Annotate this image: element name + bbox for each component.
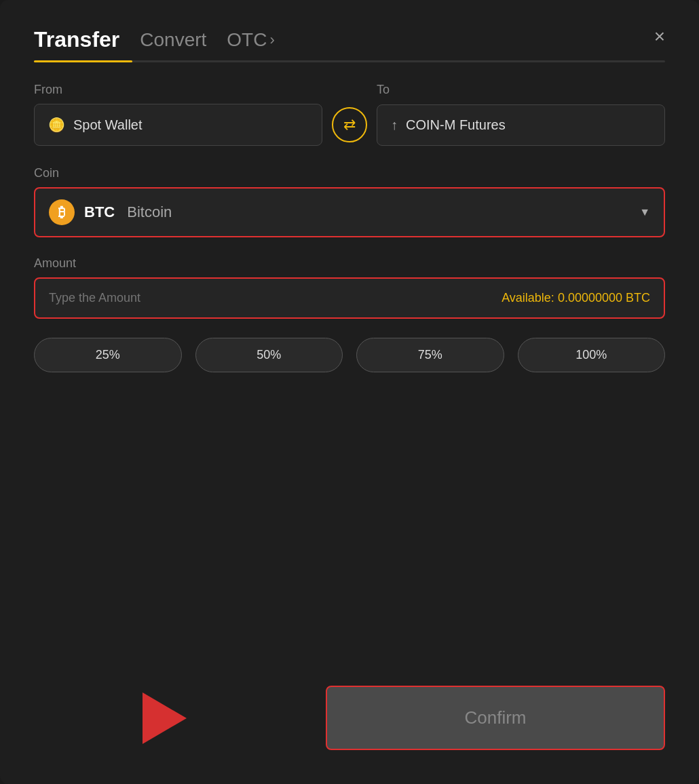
available-currency: BTC [626, 291, 650, 305]
coin-label: Coin [34, 166, 665, 180]
futures-icon: ↑ [391, 117, 398, 133]
from-label: From [34, 83, 322, 97]
tab-underline-bar [34, 60, 665, 62]
to-wallet-selector[interactable]: ↑ COIN-M Futures [377, 104, 665, 146]
swap-button[interactable]: ⇄ [332, 107, 367, 142]
transfer-modal: Transfer Convert OTC › × From To 🪙 Spot … [0, 0, 699, 784]
tab-active-indicator [34, 60, 132, 62]
modal-header: Transfer Convert OTC › × [34, 27, 665, 52]
tab-otc[interactable]: OTC › [227, 29, 274, 51]
arrow-icon [143, 692, 187, 744]
amount-input[interactable] [49, 291, 502, 305]
to-label: To [377, 83, 665, 97]
wallet-icon: 🪙 [48, 117, 65, 133]
from-to-labels: From To [34, 83, 665, 97]
swap-btn-container: ⇄ [322, 107, 377, 142]
pct-50-button[interactable]: 50% [195, 338, 343, 372]
coin-chevron-icon: ▼ [639, 206, 650, 218]
coin-section: Coin ₿ BTC Bitcoin ▼ [34, 166, 665, 237]
otc-chevron-icon: › [269, 31, 274, 49]
amount-input-box: Available: 0.00000000 BTC [34, 277, 665, 319]
from-to-section: From To 🪙 Spot Wallet ⇄ ↑ COIN-M Futures [34, 83, 665, 146]
available-label: Available: [502, 291, 554, 305]
btc-icon: ₿ [49, 199, 75, 225]
pct-100-button[interactable]: 100% [518, 338, 666, 372]
from-wallet-selector[interactable]: 🪙 Spot Wallet [34, 104, 322, 146]
from-to-row: 🪙 Spot Wallet ⇄ ↑ COIN-M Futures [34, 104, 665, 146]
pct-75-button[interactable]: 75% [356, 338, 504, 372]
close-button[interactable]: × [654, 27, 665, 46]
percentage-row: 25% 50% 75% 100% [34, 338, 665, 372]
tab-convert[interactable]: Convert [140, 29, 206, 51]
coin-symbol: BTC [84, 203, 115, 221]
amount-label: Amount [34, 256, 665, 271]
to-wallet-label: COIN-M Futures [406, 117, 506, 133]
from-wallet-label: Spot Wallet [73, 117, 143, 133]
swap-icon: ⇄ [343, 116, 356, 134]
tab-transfer[interactable]: Transfer [34, 27, 119, 52]
available-value: 0.00000000 [558, 291, 622, 305]
btc-letter: ₿ [58, 205, 65, 220]
confirm-button[interactable]: Confirm [326, 686, 665, 750]
coin-name: Bitcoin [127, 203, 172, 221]
pct-25-button[interactable]: 25% [34, 338, 182, 372]
available-balance: Available: 0.00000000 BTC [502, 291, 650, 305]
bottom-area: Confirm [34, 672, 665, 750]
arrow-container [143, 692, 187, 744]
coin-selector[interactable]: ₿ BTC Bitcoin ▼ [34, 187, 665, 237]
amount-section: Amount Available: 0.00000000 BTC [34, 256, 665, 319]
